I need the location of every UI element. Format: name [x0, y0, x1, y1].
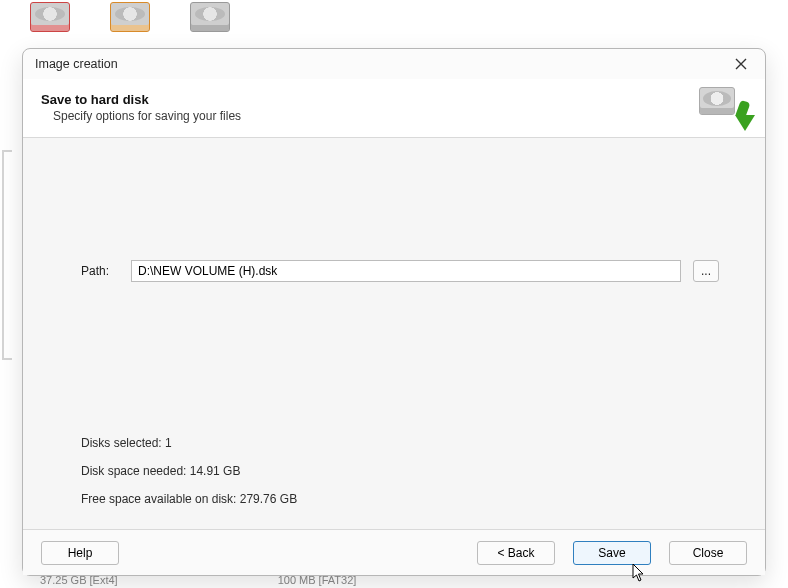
- drive-icon: [190, 2, 230, 32]
- browse-button[interactable]: ...: [693, 260, 719, 282]
- bg-status-bar: 37.25 GB [Ext4] 100 MB [FAT32]: [0, 574, 788, 588]
- label: Disks selected:: [81, 436, 162, 450]
- titlebar: Image creation: [23, 49, 765, 79]
- close-button[interactable]: Close: [669, 541, 747, 565]
- bg-text: 37.25 GB [Ext4]: [40, 574, 118, 588]
- footer-right: < Back Save Close: [477, 541, 747, 565]
- path-input[interactable]: [131, 260, 681, 282]
- drive-icon: [30, 2, 70, 32]
- free-space-line: Free space available on disk: 279.76 GB: [81, 492, 297, 506]
- back-button[interactable]: < Back: [477, 541, 555, 565]
- disks-selected-line: Disks selected: 1: [81, 436, 297, 450]
- label: Free space available on disk:: [81, 492, 236, 506]
- help-button[interactable]: Help: [41, 541, 119, 565]
- value: 14.91 GB: [190, 464, 241, 478]
- close-icon[interactable]: [727, 52, 755, 76]
- bg-text: 100 MB [FAT32]: [278, 574, 357, 588]
- save-button[interactable]: Save: [573, 541, 651, 565]
- wizard-footer: Help < Back Save Close: [23, 529, 765, 575]
- label: Disk space needed:: [81, 464, 186, 478]
- value: 1: [165, 436, 172, 450]
- wizard-header: Save to hard disk Specify options for sa…: [23, 79, 765, 138]
- bg-drive-icons: [30, 2, 230, 32]
- info-block: Disks selected: 1 Disk space needed: 14.…: [81, 436, 297, 506]
- header-sub: Specify options for saving your files: [41, 109, 241, 123]
- wizard-body: Path: ... Disks selected: 1 Disk space n…: [23, 138, 765, 529]
- bg-tree-line: [2, 150, 12, 360]
- drive-icon: [110, 2, 150, 32]
- path-row: Path: ...: [81, 260, 719, 282]
- value: 279.76 GB: [240, 492, 297, 506]
- space-needed-line: Disk space needed: 14.91 GB: [81, 464, 297, 478]
- image-creation-dialog: Image creation Save to hard disk Specify…: [22, 48, 766, 576]
- disk-save-icon: [699, 87, 749, 127]
- cursor-icon: [632, 563, 646, 583]
- dialog-title: Image creation: [35, 57, 118, 71]
- header-heading: Save to hard disk: [41, 92, 241, 107]
- path-label: Path:: [81, 264, 119, 278]
- header-text: Save to hard disk Specify options for sa…: [41, 92, 241, 123]
